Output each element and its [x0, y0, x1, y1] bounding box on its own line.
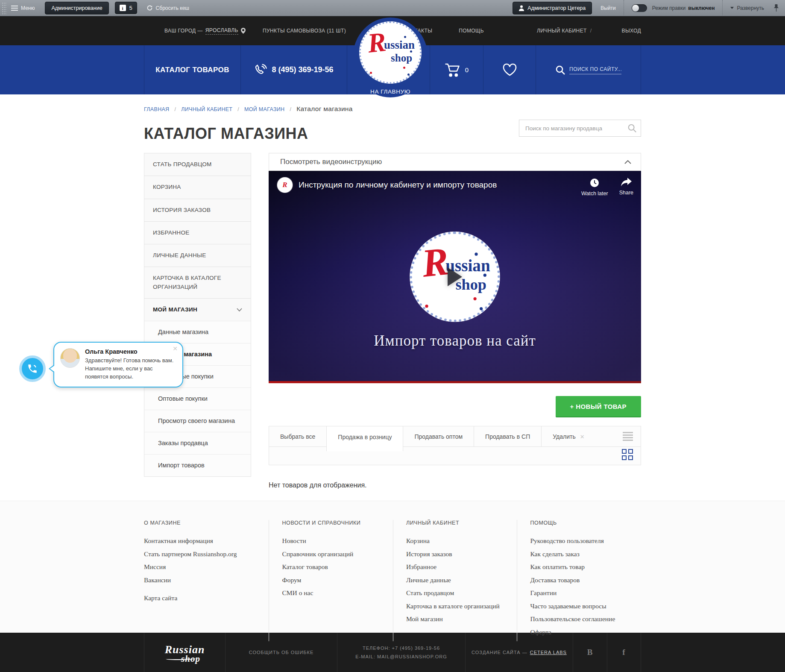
submenu-seller-orders[interactable]: Заказы продавца	[144, 432, 251, 454]
footer-link[interactable]: Часто задаваемые вопросы	[530, 602, 641, 610]
footer-link[interactable]: Вакансии	[144, 576, 269, 584]
report-error-link[interactable]: СООБЩИТЬ ОБ ОШИБКЕ	[225, 633, 337, 672]
city-label: ВАШ ГОРОД —	[164, 28, 203, 34]
sidebar-item-personal-data[interactable]: ЛИЧНЫЕ ДАННЫЕ	[144, 244, 251, 267]
footer-link[interactable]: Форум	[282, 576, 393, 584]
logo-home-block[interactable]: R ussian shop НА ГЛАВНУЮ	[353, 18, 428, 97]
footer-phone[interactable]: +7 (495) 369-19-56	[392, 646, 440, 651]
footer-link[interactable]: Мой магазин	[406, 615, 517, 623]
brand-logo[interactable]: R ussian shop	[359, 21, 422, 84]
footer-link[interactable]: Каталог товаров	[282, 563, 393, 571]
retail-sale-button[interactable]: Продажа в розницу	[326, 426, 403, 451]
city-current[interactable]: ЯРОСЛАВЛЬ	[205, 27, 238, 35]
video-player[interactable]: R Инструкция по личному кабинету и импор…	[269, 171, 641, 383]
footer-column-help: ПОМОЩЬ Руководство пользователя Как сдел…	[517, 520, 641, 641]
logout-button[interactable]: Выйти	[600, 5, 616, 11]
channel-avatar[interactable]: R	[277, 177, 293, 193]
pickup-points-link[interactable]: ПУНКТЫ САМОВЫВОЗА (11 ШТ)	[263, 28, 346, 34]
cart-icon	[445, 63, 461, 77]
help-link[interactable]: ПОМОЩЬ	[459, 28, 484, 34]
chat-bubble[interactable]: Ольга Кравченко Здравствуйте! Готова пом…	[53, 342, 183, 387]
notifications-count: 5	[129, 5, 132, 11]
notifications-button[interactable]: i 5	[115, 2, 137, 14]
breadcrumb-account[interactable]: ЛИЧНЫЙ КАБИНЕТ	[181, 106, 232, 112]
exit-link[interactable]: ВЫХОД	[622, 28, 641, 34]
footer-link[interactable]: Как сделать заказ	[530, 550, 641, 558]
footer-link[interactable]: Контактная информация	[144, 537, 269, 545]
administration-button[interactable]: Администрирование	[45, 2, 108, 15]
footer-link[interactable]: Справочник организаций	[282, 550, 393, 558]
footer-link[interactable]: Стать партнером Russianshop.org	[144, 550, 269, 558]
footer-link[interactable]: Миссия	[144, 563, 269, 571]
footer-link-sitemap[interactable]: Карта сайта	[144, 594, 269, 602]
footer-link[interactable]: СМИ о нас	[282, 589, 393, 597]
site-search-input[interactable]	[569, 65, 621, 74]
close-icon: ✕	[580, 434, 585, 440]
wholesale-button[interactable]: Продавать оптом	[403, 426, 474, 447]
vk-icon[interactable]: B	[573, 633, 607, 672]
submenu-import-goods[interactable]: Импорт товаров	[144, 454, 251, 476]
expand-panel-button[interactable]: Развернуть	[730, 5, 764, 11]
footer-link[interactable]: Личные данные	[406, 576, 517, 584]
sidebar-item-become-seller[interactable]: СТАТЬ ПРОДАВЦОМ	[144, 153, 251, 176]
sidebar-item-favorites[interactable]: ИЗБРАННОЕ	[144, 221, 251, 244]
list-view-icon[interactable]	[623, 432, 633, 441]
footer-link[interactable]: Руководство пользователя	[530, 537, 641, 545]
footer-link[interactable]: Новости	[282, 537, 393, 545]
joint-sale-button[interactable]: Продавать в СП	[474, 426, 542, 447]
new-item-button[interactable]: + НОВЫЙ ТОВАР	[556, 396, 641, 417]
submenu-shop-data[interactable]: Данные магазина	[144, 321, 251, 343]
submenu-view-own-shop[interactable]: Просмотр своего магазина	[144, 410, 251, 432]
phone-number[interactable]: 8 (495) 369-19-56	[272, 65, 333, 74]
delete-button[interactable]: Удалить✕	[542, 426, 595, 447]
footer-email[interactable]: MAIL@RUSSIANSHOP.ORG	[377, 654, 447, 659]
footer-link[interactable]: Как оплатить товар	[530, 563, 641, 571]
credits-link[interactable]: CETERA LABS	[530, 650, 567, 655]
current-user-button[interactable]: Администратор Цетера	[513, 2, 592, 15]
chat-call-button[interactable]	[19, 355, 46, 382]
submenu-wholesale-purchases[interactable]: Оптовые покупки	[144, 387, 251, 410]
footer-link[interactable]: Пользовательское соглашение	[530, 615, 641, 623]
video-progress-bar[interactable]	[269, 381, 641, 383]
search-icon[interactable]	[627, 123, 637, 133]
footer-link[interactable]: Избранное	[406, 563, 517, 571]
email-label: E-MAIL:	[355, 654, 375, 659]
site-credits: СОЗДАНИЕ САЙТА — CETERA LABS	[465, 633, 573, 672]
select-all-button[interactable]: Выбрать все	[269, 426, 327, 447]
video-instruction-toggle[interactable]: Посмотреть видеоинструкцию	[269, 153, 641, 171]
footer-link[interactable]: Корзина	[406, 537, 517, 545]
footer-link[interactable]: Карточка в каталоге организаций	[406, 602, 517, 610]
edit-mode-toggle[interactable]	[632, 4, 647, 12]
pin-icon[interactable]	[773, 4, 779, 12]
video-caption: Импорт товаров на сайт	[269, 332, 641, 349]
facebook-icon[interactable]: f	[607, 633, 641, 672]
cart-button[interactable]: 0	[430, 45, 483, 94]
admin-menu-button[interactable]: Меню	[11, 5, 35, 11]
favorites-button[interactable]	[483, 45, 536, 94]
footer-link[interactable]: Доставка товаров	[530, 576, 641, 584]
search-icon[interactable]	[555, 65, 565, 75]
clear-cache-button[interactable]: Сбросить кеш	[146, 5, 189, 11]
drag-handle-icon[interactable]	[2, 2, 7, 14]
sidebar-item-my-shop[interactable]: МОЙ МАГАЗИН	[144, 298, 251, 321]
sidebar-item-cart[interactable]: КОРЗИНА	[144, 176, 251, 198]
breadcrumb-home[interactable]: ГЛАВНАЯ	[144, 106, 169, 112]
footer-logo[interactable]: Russian shop	[144, 633, 225, 672]
watch-later-button[interactable]: Watch later	[581, 178, 608, 197]
grid-view-icon[interactable]	[622, 449, 633, 460]
footer-link[interactable]: Гарантии	[530, 589, 641, 597]
footer-link[interactable]: Стать продавцом	[406, 589, 517, 597]
account-link[interactable]: ЛИЧНЫЙ КАБИНЕТ	[537, 28, 587, 34]
video-title[interactable]: Инструкция по личному кабинету и импорту…	[299, 180, 497, 190]
city-selector[interactable]: ВАШ ГОРОД — ЯРОСЛАВЛЬ	[164, 27, 246, 35]
catalog-button[interactable]: КАТАЛОГ ТОВАРОВ	[144, 45, 240, 94]
sidebar-item-order-history[interactable]: ИСТОРИЯ ЗАКАЗОВ	[144, 199, 251, 221]
close-icon[interactable]: ✕	[173, 345, 178, 352]
play-button-icon[interactable]	[448, 267, 462, 286]
footer-link[interactable]: История заказов	[406, 550, 517, 558]
home-link[interactable]: НА ГЛАВНУЮ	[353, 88, 428, 95]
breadcrumb-my-shop[interactable]: МОЙ МАГАЗИН	[244, 106, 284, 112]
share-button[interactable]: Share	[619, 178, 633, 197]
seller-search-input[interactable]	[519, 120, 641, 137]
sidebar-item-org-card[interactable]: КАРТОЧКА В КАТАЛОГЕ ОРГАНИЗАЦИЙ	[144, 267, 251, 298]
